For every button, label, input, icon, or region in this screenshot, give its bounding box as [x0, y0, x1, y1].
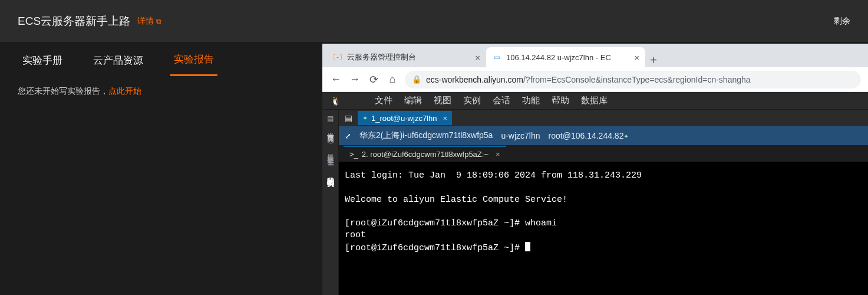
workbench-app: 🐧 文件 编辑 视图 实例 会话 功能 帮助 数据库 ▤ 当前页面 ◷ 最近登录…	[322, 92, 868, 295]
url-host: ecs-workbench.aliyun.com	[426, 75, 523, 84]
report-empty-prefix: 您还未开始写实验报告，	[18, 86, 108, 96]
menu-edit[interactable]: 编辑	[404, 95, 422, 106]
star-icon: ✦	[362, 114, 368, 122]
menu-instance[interactable]: 实例	[463, 95, 481, 106]
close-icon[interactable]: ×	[475, 53, 480, 63]
terminal-tabs: >_ 2. root@iZuf6cdgcwm71tl8xwfp5aZ:~ ×	[339, 145, 868, 162]
back-button[interactable]: ←	[329, 73, 342, 86]
terminal-tab-2[interactable]: >_ 2. root@iZuf6cdgcwm71tl8xwfp5aZ:~ ×	[344, 146, 506, 161]
home-button[interactable]: ⌂	[386, 73, 399, 86]
browser-tabstrip: 〔-〕 云服务器管理控制台 × ▭ 106.14.244.82 u-wjzc7l…	[322, 44, 868, 67]
browser-window: 〔-〕 云服务器管理控制台 × ▭ 106.14.244.82 u-wjzc7l…	[322, 44, 868, 295]
session-tab-label: 1_root@u-wjzc7lhn	[371, 114, 437, 123]
close-icon[interactable]: ×	[496, 150, 500, 159]
reload-button[interactable]: ⟳	[367, 73, 380, 86]
url-path: /?from=EcsConsole&instanceType=ecs&regio…	[523, 75, 751, 84]
page-icon: ▤	[326, 114, 335, 124]
page-title: ECS云服务器新手上路	[18, 14, 130, 29]
browser-toolbar: ← → ⟳ ⌂ 🔒 ecs-workbench.aliyun.com/?from…	[322, 67, 868, 92]
menu-session[interactable]: 会话	[493, 95, 510, 106]
workbench-sidebar: ▤ 当前页面 ◷ 最近登录 ☰ 我的实例	[322, 110, 339, 295]
session-tabs: ▤ ✦ 1_root@u-wjzc7lhn ×	[339, 110, 868, 126]
menu-database[interactable]: 数据库	[581, 95, 608, 106]
browser-tab-label: 106.14.244.82 u-wjzc7lhn - EC	[506, 53, 611, 62]
new-tab-button[interactable]: +	[645, 54, 662, 67]
side-tab-current[interactable]: ▤ 当前页面	[325, 113, 335, 133]
start-report-link[interactable]: 点此开始	[108, 86, 141, 96]
terminal-output[interactable]: Last login: Tue Jan 9 18:09:06 2024 from…	[339, 162, 868, 295]
instance-info-bar: ⤢ 华东2(上海)i-uf6cdgcwm71tl8xwfp5a u-wjzc7l…	[339, 126, 868, 145]
info-hostname: u-wjzc7lhn	[501, 131, 540, 140]
info-connection: root@106.14.244.82✦	[549, 131, 629, 140]
left-tabs: 实验手册 云产品资源 实验报告	[0, 42, 322, 78]
tab-manual[interactable]: 实验手册	[19, 45, 66, 76]
menu-help[interactable]: 帮助	[552, 95, 569, 106]
terminal-tab-label: 2. root@iZuf6cdgcwm71tl8xwfp5aZ:~	[362, 150, 489, 159]
star-icon: ✦	[623, 133, 629, 140]
address-bar[interactable]: 🔒 ecs-workbench.aliyun.com/?from=EcsCons…	[405, 71, 861, 88]
workbench-favicon-icon: ▭	[492, 53, 501, 62]
details-link[interactable]: 详情 ⧉	[137, 16, 161, 27]
tab-resources[interactable]: 云产品资源	[90, 45, 147, 76]
session-tab-1[interactable]: ✦ 1_root@u-wjzc7lhn ×	[358, 111, 452, 125]
list-icon: ☰	[326, 159, 335, 168]
external-link-icon: ⧉	[156, 17, 161, 25]
details-link-label: 详情	[137, 16, 154, 27]
sessions-toggle-icon[interactable]: ▤	[342, 113, 354, 123]
close-icon[interactable]: ×	[443, 114, 447, 123]
forward-button[interactable]: →	[348, 73, 361, 86]
side-tab-mine[interactable]: ☰ 我的实例	[325, 158, 335, 177]
lock-icon: 🔒	[412, 75, 421, 84]
linux-icon: 🐧	[331, 96, 341, 106]
menu-feature[interactable]: 功能	[522, 95, 540, 106]
expand-icon[interactable]: ⤢	[345, 132, 351, 140]
browser-tab-console[interactable]: 〔-〕 云服务器管理控制台 ×	[327, 47, 486, 67]
terminal-icon: >_	[349, 150, 358, 159]
menu-file[interactable]: 文件	[375, 95, 392, 106]
tab-report[interactable]: 实验报告	[170, 44, 217, 76]
browser-tab-label: 云服务器管理控制台	[347, 52, 416, 63]
info-region-instance: 华东2(上海)i-uf6cdgcwm71tl8xwfp5a	[359, 130, 493, 141]
clock-icon: ◷	[326, 136, 335, 146]
remaining-label: 剩余	[834, 16, 850, 27]
report-empty-message: 您还未开始写实验报告，点此开始	[0, 78, 322, 105]
cursor-icon	[525, 242, 530, 251]
side-tab-recent[interactable]: ◷ 最近登录	[325, 135, 335, 155]
browser-tab-workbench[interactable]: ▭ 106.14.244.82 u-wjzc7lhn - EC ×	[486, 47, 645, 67]
workbench-menubar: 🐧 文件 编辑 视图 实例 会话 功能 帮助 数据库	[322, 92, 868, 110]
close-icon[interactable]: ×	[634, 53, 639, 63]
menu-view[interactable]: 视图	[434, 95, 451, 106]
aliyun-favicon-icon: 〔-〕	[333, 53, 342, 62]
